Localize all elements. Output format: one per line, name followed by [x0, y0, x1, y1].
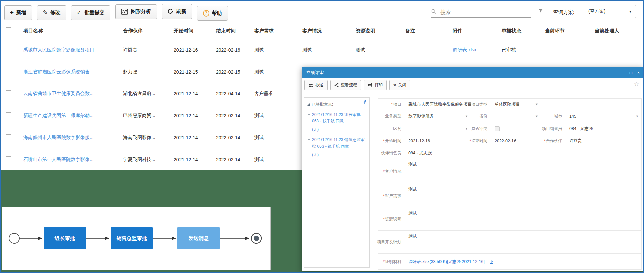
pin-icon[interactable]: [362, 100, 367, 104]
project-name-link[interactable]: 禹城市人民医院数字影像服务项目: [17, 47, 117, 53]
col-partner: 合作伙伴: [117, 28, 168, 34]
chart-analysis-button[interactable]: 图形分析: [115, 4, 157, 19]
filter-funnel-icon[interactable]: [538, 8, 543, 13]
row-checkbox[interactable]: [6, 156, 11, 162]
partner-cell: 赵力强: [117, 69, 168, 75]
approval-comment-item[interactable]: 2021/12/16 11:23 组长审批 063 - 钱千航 同意: [312, 112, 367, 125]
help-icon: ?: [203, 10, 209, 17]
partner-field[interactable]: 许益贵: [566, 135, 642, 147]
customer-situation-field[interactable]: 测试: [405, 159, 642, 184]
project-field[interactable]: 禹城市人民医院数字影像服务项目: [405, 99, 471, 110]
approval-dialog: 立项评审 ─ □ × 抄送: [302, 67, 643, 271]
partner-cell: 巴州惠康商贸...: [117, 113, 168, 119]
need-cell: 测试: [248, 113, 296, 119]
workflow-panel: 组长审批 销售总监审批 发送消息: [2, 207, 271, 270]
project-name-link[interactable]: 云南省曲靖市卫生健康委员会数...: [17, 91, 117, 97]
pencil-icon: ✎: [43, 10, 47, 16]
district-select[interactable]: ▼: [405, 122, 471, 135]
query-scheme-select[interactable]: (空方案) ▼: [585, 5, 636, 18]
partner-sales-field[interactable]: 084 - 尤志强: [405, 147, 471, 159]
chart-analysis-button-label: 图形分析: [131, 8, 151, 15]
cc-button[interactable]: 抄送: [304, 80, 328, 90]
start-cell: 2021-12-16: [168, 47, 210, 53]
favorite-star-icon[interactable]: ☆: [634, 81, 639, 88]
print-button[interactable]: 打印: [364, 80, 387, 90]
select-all-checkbox[interactable]: [6, 27, 11, 33]
end-cell: 2022-02-14: [210, 135, 248, 140]
refresh-button[interactable]: 刷新: [162, 4, 192, 19]
project-name-link[interactable]: 石嘴山市第一人民医院数字影像...: [17, 157, 117, 163]
main-toolbar: + 新增 ✎ 修改 ✓ 批量提交 图形分析 刷新 ?: [1, 1, 643, 23]
project-name-link[interactable]: 新疆生产建设兵团第二师库尔勒...: [17, 113, 117, 119]
attachment-link[interactable]: 调研表.xlsx: [447, 47, 496, 53]
proof-label: *证明材料: [378, 254, 405, 270]
table-row[interactable]: 禹城市人民医院数字影像服务项目 许益贵 2021-12-16 2022-02-1…: [1, 39, 643, 61]
row-checkbox[interactable]: [6, 112, 11, 118]
maximize-button[interactable]: □: [630, 71, 632, 75]
project-name-link[interactable]: 浙江省肿瘤医院云影像系统销售...: [17, 69, 117, 75]
city-select[interactable]: 145▼: [566, 110, 642, 122]
province-select[interactable]: ▼: [491, 110, 541, 122]
chevron-down-icon: ▼: [465, 115, 468, 118]
dev-plan-field[interactable]: 测试: [405, 231, 642, 254]
end-time-field[interactable]: 2022-02-16: [491, 135, 541, 147]
business-type-select[interactable]: 数字影像服务▼: [405, 110, 471, 122]
workflow-node-label: 组长审批: [54, 235, 75, 241]
start-time-label: *开始时间: [378, 135, 405, 147]
conflict-label: 是否冲突: [471, 122, 491, 135]
partner-cell: 宁夏飞图科技...: [117, 157, 168, 163]
approval-comment-item[interactable]: 2021/12/16 11:23 销售总监审批 063 - 钱千航 同意: [312, 137, 367, 149]
row-checkbox[interactable]: [6, 47, 11, 52]
project-type-select[interactable]: 单体医院项目▼: [491, 99, 541, 110]
approval-comment-text: 2021/12/16 11:23 销售总监审批 063 - 钱千航 同意: [312, 137, 365, 148]
approval-comments-header: 已签批意见:: [312, 102, 333, 107]
customer-need-field[interactable]: 测试: [405, 184, 642, 208]
empty-cell: [541, 99, 642, 110]
edit-button-label: 修改: [50, 9, 61, 16]
cc-button-label: 抄送: [315, 82, 324, 88]
row-checkbox[interactable]: [6, 134, 11, 140]
chevron-down-icon: ▼: [465, 127, 468, 130]
partner-cell: 海南飞图影像...: [117, 135, 168, 141]
add-button[interactable]: + 新增: [4, 5, 32, 20]
approval-comments-header-row[interactable]: 已签批意见:: [307, 102, 367, 107]
end-cell: 2022-02-16: [210, 47, 248, 53]
workflow-end-node-dot: [254, 236, 259, 241]
chevron-down-icon: ▼: [535, 115, 538, 118]
view-flow-button[interactable]: 查看流程: [330, 80, 361, 90]
need-cell: 测试: [248, 69, 296, 75]
partner-cell: 许益贵: [117, 47, 168, 53]
start-cell: 2021-12-14: [168, 157, 210, 162]
edit-button[interactable]: ✎ 修改: [37, 5, 66, 20]
end-cell: 2022-02-14: [210, 113, 248, 118]
minimize-button[interactable]: ─: [622, 71, 625, 75]
table-header: 项目名称 合作伙伴 开始时间 结束时间 客户需求 客户情况 资源说明 备注 附件…: [1, 23, 643, 39]
chevron-down-icon: ▼: [636, 115, 639, 118]
help-button[interactable]: ? 帮助: [197, 6, 228, 21]
col-start-time: 开始时间: [168, 28, 210, 34]
need-cell: 客户需求: [248, 91, 296, 97]
workflow-start-node[interactable]: [9, 233, 19, 243]
view-flow-button-label: 查看流程: [341, 82, 357, 88]
start-cell: 2021-12-14: [168, 135, 210, 140]
row-checkbox[interactable]: [6, 90, 11, 96]
resource-desc-field[interactable]: 测试: [405, 208, 642, 231]
project-sales-field[interactable]: 084 - 尤志强: [566, 122, 642, 135]
download-icon[interactable]: [490, 260, 494, 264]
col-handler: 当前处理人: [589, 28, 643, 34]
start-cell: 2021-12-14: [168, 113, 210, 118]
close-icon[interactable]: ×: [637, 71, 640, 75]
search-input[interactable]: [440, 9, 522, 15]
start-time-field[interactable]: 2021-12-16: [405, 135, 471, 147]
conflict-checkbox[interactable]: [495, 126, 500, 131]
project-name-link[interactable]: 海南儋州市人民医院数字影像服...: [17, 135, 117, 141]
batch-submit-button[interactable]: ✓ 批量提交: [71, 5, 110, 20]
row-checkbox[interactable]: [6, 69, 11, 74]
need-cell: 测试: [248, 47, 296, 53]
empty-cell: [471, 147, 642, 159]
dialog-titlebar[interactable]: 立项评审 ─ □ ×: [302, 67, 643, 78]
close-dialog-button[interactable]: × 关闭: [389, 80, 410, 90]
bullet-icon: [308, 139, 310, 140]
proof-file-link[interactable]: 调研表.xlsx(33.50 K)[尤志强 2021-12-16]: [408, 259, 485, 265]
print-button-label: 打印: [375, 82, 383, 88]
